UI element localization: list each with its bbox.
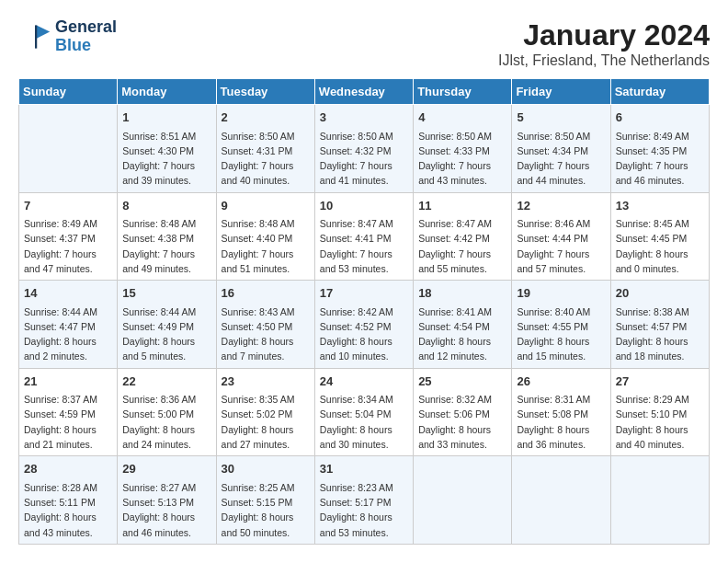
day-number: 19: [517, 284, 605, 303]
calendar-cell: [19, 105, 118, 193]
day-info: Sunrise: 8:48 AMSunset: 4:40 PMDaylight:…: [222, 216, 310, 276]
day-info: Sunrise: 8:48 AMSunset: 4:38 PMDaylight:…: [122, 216, 210, 276]
day-number: 26: [517, 373, 605, 391]
weekday-header-tuesday: Tuesday: [216, 79, 314, 105]
day-info: Sunrise: 8:45 AMSunset: 4:45 PMDaylight:…: [616, 216, 704, 276]
day-info: Sunrise: 8:28 AMSunset: 5:11 PMDaylight:…: [24, 480, 112, 540]
day-info: Sunrise: 8:29 AMSunset: 5:10 PMDaylight:…: [616, 392, 704, 452]
calendar-cell: 18Sunrise: 8:41 AMSunset: 4:54 PMDayligh…: [414, 281, 512, 369]
day-info: Sunrise: 8:25 AMSunset: 5:15 PMDaylight:…: [222, 480, 310, 540]
calendar-cell: 2Sunrise: 8:50 AMSunset: 4:31 PMDaylight…: [216, 105, 314, 193]
calendar-cell: 30Sunrise: 8:25 AMSunset: 5:15 PMDayligh…: [216, 456, 314, 545]
calendar-cell: 20Sunrise: 8:38 AMSunset: 4:57 PMDayligh…: [610, 281, 709, 369]
calendar-cell: 22Sunrise: 8:36 AMSunset: 5:00 PMDayligh…: [118, 368, 216, 456]
day-number: 27: [616, 373, 704, 391]
day-info: Sunrise: 8:51 AMSunset: 4:30 PMDaylight:…: [122, 129, 210, 189]
calendar-cell: [512, 456, 610, 545]
day-info: Sunrise: 8:31 AMSunset: 5:08 PMDaylight:…: [517, 392, 605, 452]
day-number: 31: [320, 460, 408, 478]
day-number: 18: [418, 284, 506, 303]
day-info: Sunrise: 8:50 AMSunset: 4:31 PMDaylight:…: [222, 129, 310, 189]
day-number: 10: [320, 197, 408, 215]
day-number: 22: [122, 373, 210, 391]
day-number: 13: [616, 197, 704, 215]
day-number: 29: [122, 460, 210, 478]
location-title: IJlst, Friesland, The Netherlands: [498, 52, 710, 69]
calendar-header: SundayMondayTuesdayWednesdayThursdayFrid…: [19, 79, 710, 105]
calendar-cell: 8Sunrise: 8:48 AMSunset: 4:38 PMDaylight…: [118, 192, 216, 281]
day-number: 15: [122, 284, 210, 303]
calendar-cell: 17Sunrise: 8:42 AMSunset: 4:52 PMDayligh…: [314, 281, 413, 369]
calendar-cell: 24Sunrise: 8:34 AMSunset: 5:04 PMDayligh…: [314, 368, 413, 456]
weekday-header-saturday: Saturday: [610, 79, 709, 105]
calendar-cell: 26Sunrise: 8:31 AMSunset: 5:08 PMDayligh…: [512, 368, 610, 456]
calendar-cell: 15Sunrise: 8:44 AMSunset: 4:49 PMDayligh…: [118, 281, 216, 369]
day-number: 28: [24, 460, 112, 478]
day-number: 1: [122, 109, 210, 127]
calendar-table: SundayMondayTuesdayWednesdayThursdayFrid…: [18, 78, 710, 545]
weekday-header-row: SundayMondayTuesdayWednesdayThursdayFrid…: [19, 79, 710, 105]
calendar-cell: 11Sunrise: 8:47 AMSunset: 4:42 PMDayligh…: [414, 192, 512, 281]
logo: General Blue: [18, 18, 117, 55]
day-number: 25: [418, 373, 506, 391]
day-info: Sunrise: 8:47 AMSunset: 4:42 PMDaylight:…: [418, 216, 506, 276]
day-info: Sunrise: 8:35 AMSunset: 5:02 PMDaylight:…: [222, 392, 310, 452]
day-info: Sunrise: 8:38 AMSunset: 4:57 PMDaylight:…: [616, 304, 704, 364]
day-number: 23: [222, 373, 310, 391]
calendar-cell: 6Sunrise: 8:49 AMSunset: 4:35 PMDaylight…: [610, 105, 709, 193]
calendar-cell: 21Sunrise: 8:37 AMSunset: 4:59 PMDayligh…: [19, 368, 118, 456]
calendar-cell: 13Sunrise: 8:45 AMSunset: 4:45 PMDayligh…: [610, 192, 709, 281]
month-title: January 2024: [498, 18, 710, 52]
calendar-cell: 5Sunrise: 8:50 AMSunset: 4:34 PMDaylight…: [512, 105, 610, 193]
calendar-cell: 31Sunrise: 8:23 AMSunset: 5:17 PMDayligh…: [314, 456, 413, 545]
calendar-cell: 29Sunrise: 8:27 AMSunset: 5:13 PMDayligh…: [118, 456, 216, 545]
week-row-1: 1Sunrise: 8:51 AMSunset: 4:30 PMDaylight…: [19, 105, 710, 193]
logo-icon: [18, 20, 51, 53]
day-info: Sunrise: 8:43 AMSunset: 4:50 PMDaylight:…: [222, 304, 310, 364]
calendar-cell: 7Sunrise: 8:49 AMSunset: 4:37 PMDaylight…: [19, 192, 118, 281]
day-info: Sunrise: 8:50 AMSunset: 4:33 PMDaylight:…: [418, 129, 506, 189]
weekday-header-wednesday: Wednesday: [314, 79, 413, 105]
day-number: 7: [24, 197, 112, 215]
calendar-cell: 28Sunrise: 8:28 AMSunset: 5:11 PMDayligh…: [19, 456, 118, 545]
calendar-cell: 16Sunrise: 8:43 AMSunset: 4:50 PMDayligh…: [216, 281, 314, 369]
day-number: 12: [517, 197, 605, 215]
week-row-4: 21Sunrise: 8:37 AMSunset: 4:59 PMDayligh…: [19, 368, 710, 456]
day-number: 2: [222, 109, 310, 127]
calendar-cell: 4Sunrise: 8:50 AMSunset: 4:33 PMDaylight…: [414, 105, 512, 193]
day-info: Sunrise: 8:50 AMSunset: 4:32 PMDaylight:…: [320, 129, 408, 189]
calendar-cell: 23Sunrise: 8:35 AMSunset: 5:02 PMDayligh…: [216, 368, 314, 456]
week-row-5: 28Sunrise: 8:28 AMSunset: 5:11 PMDayligh…: [19, 456, 710, 545]
day-info: Sunrise: 8:49 AMSunset: 4:37 PMDaylight:…: [24, 216, 112, 276]
day-number: 16: [222, 284, 310, 303]
calendar-cell: [414, 456, 512, 545]
svg-rect-2: [35, 25, 37, 48]
calendar-cell: 19Sunrise: 8:40 AMSunset: 4:55 PMDayligh…: [512, 281, 610, 369]
day-number: 14: [24, 284, 112, 303]
day-info: Sunrise: 8:44 AMSunset: 4:49 PMDaylight:…: [122, 304, 210, 364]
weekday-header-sunday: Sunday: [19, 79, 118, 105]
day-number: 6: [616, 109, 704, 127]
day-info: Sunrise: 8:34 AMSunset: 5:04 PMDaylight:…: [320, 392, 408, 452]
day-info: Sunrise: 8:44 AMSunset: 4:47 PMDaylight:…: [24, 304, 112, 364]
day-number: 4: [418, 109, 506, 127]
calendar-cell: [610, 456, 709, 545]
day-info: Sunrise: 8:23 AMSunset: 5:17 PMDaylight:…: [320, 480, 408, 540]
day-info: Sunrise: 8:36 AMSunset: 5:00 PMDaylight:…: [122, 392, 210, 452]
day-info: Sunrise: 8:46 AMSunset: 4:44 PMDaylight:…: [517, 216, 605, 276]
day-number: 30: [222, 460, 310, 478]
day-info: Sunrise: 8:32 AMSunset: 5:06 PMDaylight:…: [418, 392, 506, 452]
calendar-cell: 3Sunrise: 8:50 AMSunset: 4:32 PMDaylight…: [314, 105, 413, 193]
day-info: Sunrise: 8:50 AMSunset: 4:34 PMDaylight:…: [517, 129, 605, 189]
day-number: 17: [320, 284, 408, 303]
calendar-cell: 12Sunrise: 8:46 AMSunset: 4:44 PMDayligh…: [512, 192, 610, 281]
day-info: Sunrise: 8:49 AMSunset: 4:35 PMDaylight:…: [616, 129, 704, 189]
day-info: Sunrise: 8:42 AMSunset: 4:52 PMDaylight:…: [320, 304, 408, 364]
calendar-cell: 10Sunrise: 8:47 AMSunset: 4:41 PMDayligh…: [314, 192, 413, 281]
weekday-header-monday: Monday: [118, 79, 216, 105]
week-row-2: 7Sunrise: 8:49 AMSunset: 4:37 PMDaylight…: [19, 192, 710, 281]
header: General Blue January 2024 IJlst, Friesla…: [18, 18, 710, 69]
logo-text: General Blue: [55, 18, 117, 55]
week-row-3: 14Sunrise: 8:44 AMSunset: 4:47 PMDayligh…: [19, 281, 710, 369]
day-number: 11: [418, 197, 506, 215]
